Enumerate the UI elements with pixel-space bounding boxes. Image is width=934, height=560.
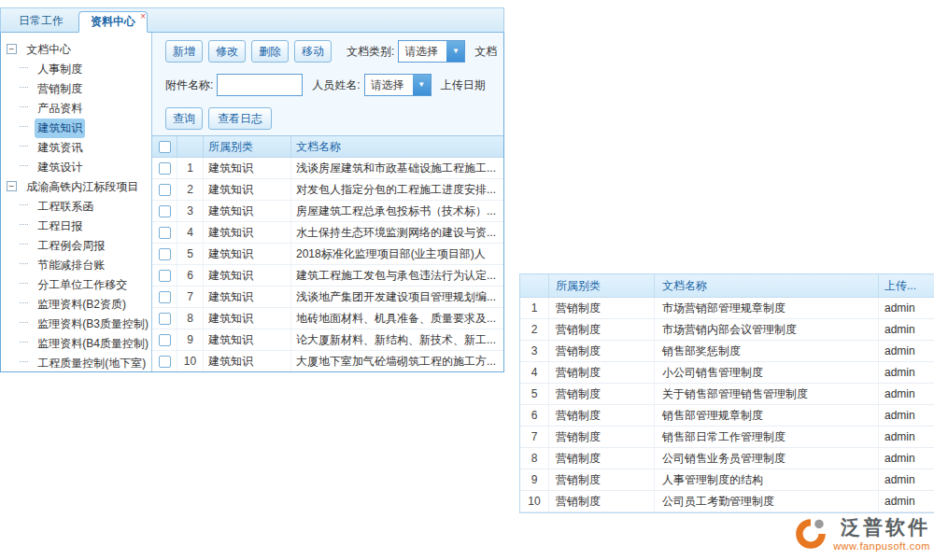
row-category: 建筑知识 [203, 351, 290, 371]
tree-node[interactable]: − 建筑资讯 [7, 138, 151, 158]
attachment-name-input[interactable] [217, 74, 303, 96]
table-row[interactable]: 8 建筑知识 地砖地面材料、机具准备、质量要求及... [152, 308, 503, 329]
tree-node-label: 建筑资讯 [35, 138, 85, 158]
tree-node[interactable]: − 文档中心 [7, 40, 151, 60]
delete-button[interactable]: 删除 [251, 40, 289, 63]
row-checkbox[interactable] [159, 334, 171, 346]
row-checkbox[interactable] [159, 291, 171, 303]
table-row[interactable]: 2 建筑知识 对发包人指定分包的工程施工进度安排... [152, 179, 503, 201]
row-index: 5 [520, 384, 548, 404]
tree-node[interactable]: − 人事制度 [7, 60, 151, 79]
tree-node[interactable]: − 建筑设计 [7, 158, 151, 177]
col-header-category[interactable]: 所属别类 [548, 274, 654, 297]
marketing-documents-table: 所属别类 文档名称 上传... 1 营销制度 市场营销部管理规章制度 admin… [519, 273, 934, 513]
table-row[interactable]: 6 营销制度 销售部管理规章制度 admin [520, 405, 934, 427]
col-header-doc-name[interactable]: 文档名称 [290, 136, 503, 157]
tree-node[interactable]: − 产品资料 [7, 99, 151, 119]
table-row[interactable]: 3 营销制度 销售部奖惩制度 admin [520, 341, 934, 362]
row-doc-name: 销售部奖惩制度 [654, 341, 878, 361]
row-doc-name: 销售部管理规章制度 [654, 405, 878, 426]
edit-button[interactable]: 修改 [208, 40, 246, 63]
row-checkbox[interactable] [159, 205, 171, 217]
row-checkbox[interactable] [159, 356, 171, 368]
table-row[interactable]: 7 建筑知识 浅谈地产集团开发建设项目管理规划编... [152, 287, 503, 308]
toolbar-row-3: 查询 查看日志 [165, 107, 503, 130]
doc-type-label: 文档类别: [347, 44, 394, 60]
table-row[interactable]: 4 营销制度 小公司销售管理制度 admin [520, 362, 934, 384]
col-header-uploader[interactable]: 上传... [878, 274, 934, 297]
row-category: 营销制度 [548, 469, 654, 490]
doc-type-select[interactable]: 请选择 ▼ [398, 40, 465, 63]
tree-node[interactable]: − 监理资料(B2资质) [7, 295, 151, 315]
tab-data-center-label: 资料中心 [91, 15, 135, 28]
col-header-doc-name[interactable]: 文档名称 [654, 274, 878, 297]
select-all-checkbox[interactable] [159, 141, 171, 153]
documents-table-header: 所属别类 文档名称 [152, 136, 503, 158]
table-row[interactable]: 8 营销制度 公司销售业务员管理制度 admin [520, 448, 934, 469]
tree-node[interactable]: − 节能减排台账 [7, 256, 151, 275]
tree-node[interactable]: − 工程例会周报 [7, 236, 151, 256]
row-doc-name: 对发包人指定分包的工程施工进度安排... [290, 179, 503, 200]
row-index: 1 [177, 158, 203, 178]
row-uploader: admin [878, 448, 934, 469]
row-uploader: admin [878, 298, 934, 318]
tab-data-center[interactable]: 资料中心 × [78, 11, 148, 33]
row-checkbox[interactable] [159, 184, 171, 196]
table-row[interactable]: 3 建筑知识 房屋建筑工程总承包投标书（技术标）... [152, 201, 503, 222]
tree-node[interactable]: − 工程日报 [7, 217, 151, 236]
row-category: 建筑知识 [203, 158, 290, 178]
table-row[interactable]: 9 建筑知识 论大厦新材料、新结构、新技术、新工... [152, 329, 503, 351]
row-uploader: admin [878, 405, 934, 426]
tree-node[interactable]: − 工程联系函 [7, 197, 151, 217]
row-checkbox[interactable] [159, 162, 171, 175]
document-tree-sidebar: − 文档中心 − 人事制度 − 营销制度 − 产品资料 [1, 33, 152, 371]
move-button[interactable]: 移动 [294, 40, 332, 63]
chevron-down-icon[interactable]: ▼ [446, 41, 464, 62]
person-name-select[interactable]: 请选择 ▼ [364, 74, 432, 96]
row-doc-name: 浅谈地产集团开发建设项目管理规划编... [290, 287, 503, 307]
tree-node-label: 建筑知识 [35, 119, 85, 138]
tree-node[interactable]: − 监理资料(B4质量控制) [7, 334, 151, 354]
toolbar-row-2: 附件名称: 人员姓名: 请选择 ▼ 上传日期 [165, 74, 503, 96]
tree-node-label: 营销制度 [35, 79, 85, 99]
table-row[interactable]: 10 营销制度 公司员工考勤管理制度 admin [520, 491, 934, 512]
row-category: 营销制度 [548, 405, 654, 426]
row-checkbox[interactable] [159, 248, 171, 260]
table-row[interactable]: 5 建筑知识 2018标准化监理项目部(业主项目部)人员... [152, 244, 503, 265]
table-row[interactable]: 1 建筑知识 浅谈房屋建筑和市政基础设施工程施工... [152, 158, 503, 179]
tree-node[interactable]: − 成渝高铁内江标段项目 [7, 177, 151, 197]
row-checkbox[interactable] [159, 227, 171, 239]
row-index: 2 [520, 319, 548, 340]
tree-node[interactable]: − 工程质量控制(地下室) [7, 354, 151, 371]
tree-node-label: 工程联系函 [35, 197, 96, 217]
row-checkbox[interactable] [159, 270, 171, 282]
tree-node[interactable]: − 建筑知识 [7, 119, 151, 138]
tree-node[interactable]: − 分工单位工作移交 [7, 275, 151, 295]
tab-daily-work[interactable]: 日常工作 [7, 10, 76, 32]
row-doc-name: 人事管理制度的结构 [654, 469, 878, 490]
col-header-category[interactable]: 所属别类 [203, 136, 290, 157]
row-index: 6 [177, 265, 203, 286]
table-row[interactable]: 9 营销制度 人事管理制度的结构 admin [520, 469, 934, 491]
table-row[interactable]: 5 营销制度 关于销售部管理销售管理制度 admin [520, 384, 934, 405]
marketing-table-body: 1 营销制度 市场营销部管理规章制度 admin 2 营销制度 市场营销内部会议… [520, 298, 934, 512]
collapse-icon[interactable]: − [7, 181, 17, 191]
close-icon[interactable]: × [140, 12, 146, 21]
table-row[interactable]: 6 建筑知识 建筑工程施工发包与承包违法行为认定... [152, 265, 503, 287]
table-row[interactable]: 2 营销制度 市场营销内部会议管理制度 admin [520, 319, 934, 341]
table-row[interactable]: 4 建筑知识 水土保持生态环境监测网络的建设与资... [152, 222, 503, 244]
tree-node[interactable]: − 营销制度 [7, 79, 151, 99]
table-row[interactable]: 10 建筑知识 大厦地下室加气砼墙砌筑工程的施工方... [152, 351, 503, 371]
table-row[interactable]: 7 营销制度 销售部日常工作管理制度 admin [520, 427, 934, 448]
table-row[interactable]: 1 营销制度 市场营销部管理规章制度 admin [520, 298, 934, 319]
tree-node-label: 成渝高铁内江标段项目 [23, 177, 141, 197]
row-index: 3 [177, 201, 203, 221]
collapse-icon[interactable]: − [7, 44, 17, 54]
chevron-down-icon[interactable]: ▼ [413, 75, 431, 95]
search-button[interactable]: 查询 [165, 107, 203, 130]
view-log-button[interactable]: 查看日志 [208, 107, 272, 130]
row-checkbox[interactable] [159, 313, 171, 325]
row-category: 建筑知识 [203, 265, 290, 286]
add-button[interactable]: 新增 [165, 40, 203, 63]
tree-node[interactable]: − 监理资料(B3质量控制) [7, 315, 151, 334]
